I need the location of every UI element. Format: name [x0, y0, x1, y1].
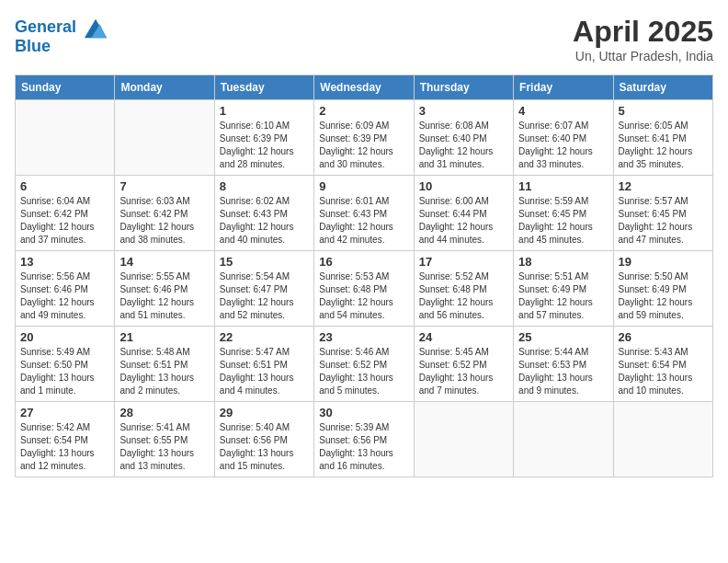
calendar-cell: 10Sunrise: 6:00 AM Sunset: 6:44 PM Dayli…	[414, 176, 513, 251]
calendar-cell: 6Sunrise: 6:04 AM Sunset: 6:42 PM Daylig…	[16, 176, 115, 251]
day-info: Sunrise: 5:42 AM Sunset: 6:54 PM Dayligh…	[20, 421, 109, 473]
header-tuesday: Tuesday	[214, 75, 313, 100]
calendar-cell: 26Sunrise: 5:43 AM Sunset: 6:54 PM Dayli…	[613, 327, 712, 402]
day-info: Sunrise: 5:41 AM Sunset: 6:55 PM Dayligh…	[119, 421, 209, 473]
calendar-cell	[16, 100, 115, 176]
day-info: Sunrise: 6:10 AM Sunset: 6:39 PM Dayligh…	[220, 120, 309, 171]
calendar-week-4: 20Sunrise: 5:49 AM Sunset: 6:50 PM Dayli…	[16, 327, 713, 402]
day-number: 1	[220, 104, 309, 118]
day-info: Sunrise: 6:00 AM Sunset: 6:44 PM Dayligh…	[419, 195, 508, 247]
day-info: Sunrise: 5:44 AM Sunset: 6:53 PM Dayligh…	[518, 346, 608, 397]
day-info: Sunrise: 5:54 AM Sunset: 6:47 PM Dayligh…	[220, 270, 309, 322]
calendar-cell: 22Sunrise: 5:47 AM Sunset: 6:51 PM Dayli…	[214, 327, 313, 402]
header-thursday: Thursday	[414, 75, 513, 100]
calendar-cell: 3Sunrise: 6:08 AM Sunset: 6:40 PM Daylig…	[414, 100, 513, 176]
day-number: 16	[319, 255, 408, 269]
day-number: 20	[20, 330, 109, 344]
day-info: Sunrise: 5:48 AM Sunset: 6:51 PM Dayligh…	[119, 346, 209, 397]
calendar-cell	[115, 100, 214, 176]
day-number: 3	[419, 104, 508, 118]
calendar-cell: 23Sunrise: 5:46 AM Sunset: 6:52 PM Dayli…	[314, 327, 414, 402]
calendar-cell: 19Sunrise: 5:50 AM Sunset: 6:49 PM Dayli…	[613, 251, 712, 327]
calendar-cell: 28Sunrise: 5:41 AM Sunset: 6:55 PM Dayli…	[115, 402, 214, 477]
day-number: 15	[220, 255, 309, 269]
day-number: 6	[20, 179, 109, 193]
calendar-cell: 18Sunrise: 5:51 AM Sunset: 6:49 PM Dayli…	[514, 251, 613, 327]
calendar-cell: 30Sunrise: 5:39 AM Sunset: 6:56 PM Dayli…	[314, 402, 414, 477]
day-number: 17	[419, 255, 508, 269]
day-number: 22	[220, 330, 309, 344]
calendar-table: SundayMondayTuesdayWednesdayThursdayFrid…	[15, 75, 713, 477]
day-number: 10	[419, 179, 508, 193]
calendar-cell: 20Sunrise: 5:49 AM Sunset: 6:50 PM Dayli…	[16, 327, 115, 402]
header-sunday: Sunday	[16, 75, 115, 100]
day-number: 12	[619, 179, 708, 193]
day-number: 4	[518, 104, 608, 118]
day-number: 30	[319, 406, 408, 419]
day-number: 18	[518, 255, 608, 269]
day-number: 8	[220, 179, 309, 193]
day-number: 24	[419, 330, 508, 344]
header-wednesday: Wednesday	[314, 75, 414, 100]
calendar-cell: 27Sunrise: 5:42 AM Sunset: 6:54 PM Dayli…	[16, 402, 115, 477]
calendar-cell	[613, 402, 712, 477]
day-info: Sunrise: 6:04 AM Sunset: 6:42 PM Dayligh…	[20, 195, 109, 247]
day-info: Sunrise: 5:46 AM Sunset: 6:52 PM Dayligh…	[319, 346, 408, 397]
calendar-cell: 4Sunrise: 6:07 AM Sunset: 6:40 PM Daylig…	[514, 100, 613, 176]
day-info: Sunrise: 5:53 AM Sunset: 6:48 PM Dayligh…	[319, 270, 408, 322]
title-block: April 2025 Un, Uttar Pradesh, India	[573, 15, 713, 63]
header-friday: Friday	[514, 75, 613, 100]
day-number: 13	[20, 255, 109, 269]
logo-icon	[83, 15, 108, 40]
day-info: Sunrise: 6:09 AM Sunset: 6:39 PM Dayligh…	[319, 120, 408, 171]
calendar-cell: 1Sunrise: 6:10 AM Sunset: 6:39 PM Daylig…	[214, 100, 313, 176]
calendar-cell	[514, 402, 613, 477]
calendar-cell: 16Sunrise: 5:53 AM Sunset: 6:48 PM Dayli…	[314, 251, 414, 327]
day-number: 29	[220, 406, 309, 419]
page-header: General Blue April 2025 Un, Uttar Prades…	[15, 15, 713, 63]
day-number: 25	[518, 330, 608, 344]
page-title: April 2025	[573, 15, 713, 49]
calendar-week-1: 1Sunrise: 6:10 AM Sunset: 6:39 PM Daylig…	[16, 100, 713, 176]
logo: General Blue	[15, 15, 108, 56]
calendar-week-2: 6Sunrise: 6:04 AM Sunset: 6:42 PM Daylig…	[16, 176, 713, 251]
calendar-cell: 21Sunrise: 5:48 AM Sunset: 6:51 PM Dayli…	[115, 327, 214, 402]
day-info: Sunrise: 5:52 AM Sunset: 6:48 PM Dayligh…	[419, 270, 508, 322]
calendar-cell: 15Sunrise: 5:54 AM Sunset: 6:47 PM Dayli…	[214, 251, 313, 327]
calendar-cell: 7Sunrise: 6:03 AM Sunset: 6:42 PM Daylig…	[115, 176, 214, 251]
day-info: Sunrise: 6:03 AM Sunset: 6:42 PM Dayligh…	[119, 195, 209, 247]
day-number: 28	[119, 406, 209, 419]
day-number: 21	[119, 330, 209, 344]
page-subtitle: Un, Uttar Pradesh, India	[573, 49, 713, 63]
day-info: Sunrise: 5:59 AM Sunset: 6:45 PM Dayligh…	[518, 195, 608, 247]
day-info: Sunrise: 6:08 AM Sunset: 6:40 PM Dayligh…	[419, 120, 508, 171]
calendar-cell: 8Sunrise: 6:02 AM Sunset: 6:43 PM Daylig…	[214, 176, 313, 251]
day-info: Sunrise: 5:57 AM Sunset: 6:45 PM Dayligh…	[619, 195, 708, 247]
header-saturday: Saturday	[613, 75, 712, 100]
day-info: Sunrise: 5:49 AM Sunset: 6:50 PM Dayligh…	[20, 346, 109, 397]
day-number: 23	[319, 330, 408, 344]
calendar-cell: 2Sunrise: 6:09 AM Sunset: 6:39 PM Daylig…	[314, 100, 414, 176]
day-info: Sunrise: 6:02 AM Sunset: 6:43 PM Dayligh…	[220, 195, 309, 247]
day-info: Sunrise: 6:05 AM Sunset: 6:41 PM Dayligh…	[619, 120, 708, 171]
calendar-cell: 24Sunrise: 5:45 AM Sunset: 6:52 PM Dayli…	[414, 327, 513, 402]
day-number: 27	[20, 406, 109, 419]
calendar-cell: 5Sunrise: 6:05 AM Sunset: 6:41 PM Daylig…	[613, 100, 712, 176]
calendar-cell: 14Sunrise: 5:55 AM Sunset: 6:46 PM Dayli…	[115, 251, 214, 327]
day-info: Sunrise: 5:39 AM Sunset: 6:56 PM Dayligh…	[319, 421, 408, 473]
header-monday: Monday	[115, 75, 214, 100]
calendar-cell: 13Sunrise: 5:56 AM Sunset: 6:46 PM Dayli…	[16, 251, 115, 327]
day-info: Sunrise: 6:01 AM Sunset: 6:43 PM Dayligh…	[319, 195, 408, 247]
day-number: 7	[119, 179, 209, 193]
calendar-cell	[414, 402, 513, 477]
day-info: Sunrise: 5:45 AM Sunset: 6:52 PM Dayligh…	[419, 346, 508, 397]
day-info: Sunrise: 5:51 AM Sunset: 6:49 PM Dayligh…	[518, 270, 608, 322]
day-info: Sunrise: 5:50 AM Sunset: 6:49 PM Dayligh…	[619, 270, 708, 322]
calendar-cell: 9Sunrise: 6:01 AM Sunset: 6:43 PM Daylig…	[314, 176, 414, 251]
calendar-cell: 11Sunrise: 5:59 AM Sunset: 6:45 PM Dayli…	[514, 176, 613, 251]
day-number: 2	[319, 104, 408, 118]
day-number: 26	[619, 330, 708, 344]
day-info: Sunrise: 5:47 AM Sunset: 6:51 PM Dayligh…	[220, 346, 309, 397]
day-info: Sunrise: 5:56 AM Sunset: 6:46 PM Dayligh…	[20, 270, 109, 322]
calendar-header-row: SundayMondayTuesdayWednesdayThursdayFrid…	[16, 75, 713, 100]
